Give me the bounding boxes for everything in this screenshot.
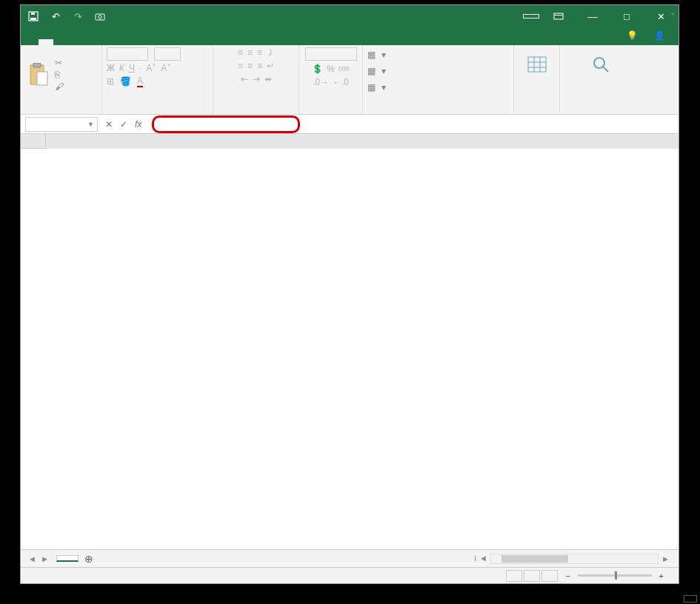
orientation-icon[interactable]: ⤸ [267, 47, 274, 58]
enter-formula-icon[interactable]: ✓ [120, 119, 127, 130]
sheet-nav-next-icon[interactable]: ► [41, 554, 49, 563]
borders-icon[interactable]: ⊞ [107, 76, 114, 87]
tab-view[interactable] [127, 39, 142, 45]
maximize-icon[interactable]: □ [612, 5, 641, 27]
align-top-icon[interactable]: ≡ [238, 47, 243, 58]
add-sheet-icon[interactable]: ⊕ [79, 553, 99, 565]
svg-rect-8 [33, 63, 41, 67]
svg-rect-9 [37, 72, 47, 85]
align-bottom-icon[interactable]: ≡ [257, 47, 262, 58]
font-color-icon[interactable]: A [137, 76, 143, 87]
align-left-icon[interactable]: ≡ [238, 61, 243, 71]
svg-rect-1 [30, 18, 36, 20]
format-as-table[interactable]: ▦ ▾ [367, 64, 386, 78]
comma-icon[interactable]: 000 [339, 65, 350, 73]
tab-review[interactable] [113, 39, 127, 45]
sheet-nav-prev-icon[interactable]: ◄ [28, 554, 36, 563]
svg-rect-10 [528, 57, 546, 72]
currency-icon[interactable]: 💲 [312, 64, 323, 74]
normal-view-icon[interactable] [506, 570, 522, 582]
align-right-icon[interactable]: ≡ [257, 61, 262, 71]
group-font [107, 102, 208, 114]
redo-icon[interactable]: ↷ [71, 10, 84, 23]
tell-me[interactable]: 💡 [619, 27, 645, 44]
font-name[interactable] [107, 47, 148, 61]
zoom-out-icon[interactable]: − [565, 571, 570, 580]
paste-icon[interactable] [25, 60, 52, 90]
font-size[interactable] [154, 47, 181, 61]
grid[interactable] [21, 134, 679, 549]
copy-icon[interactable]: ⎘ [55, 70, 64, 80]
group-clipboard [25, 102, 97, 114]
align-center-icon[interactable]: ≡ [247, 61, 253, 71]
conditional-formatting[interactable]: ▦ ▾ [367, 47, 386, 62]
cells-icon[interactable] [520, 47, 554, 81]
login-button[interactable] [523, 14, 539, 19]
tab-help[interactable] [142, 39, 157, 45]
shrink-font-icon[interactable]: A˅ [161, 63, 171, 73]
undo-icon[interactable]: ↶ [49, 10, 62, 23]
group-number [304, 102, 358, 114]
formula-bar: ▼ ✕ ✓ fx ⌄ [21, 115, 679, 134]
merge-icon[interactable]: ⬌ [264, 74, 272, 84]
group-alignment [218, 102, 294, 114]
camera-icon[interactable] [93, 10, 107, 23]
cancel-formula-icon[interactable]: ✕ [105, 119, 113, 130]
svg-rect-5 [554, 13, 563, 19]
watermark [684, 595, 697, 603]
ribbon-tabs: 💡 👤 [21, 27, 679, 45]
tab-insert[interactable] [53, 39, 68, 45]
name-box[interactable]: ▼ [25, 117, 98, 132]
svg-point-15 [594, 58, 604, 68]
group-styles [367, 102, 509, 114]
save-icon[interactable] [27, 10, 40, 23]
underline-button[interactable]: Ч [129, 63, 135, 73]
ribbon: ✂ ⎘ 🖌 Ж К Ч · A˄ A˅ [21, 45, 679, 115]
increase-indent-icon[interactable]: ⇥ [253, 74, 260, 84]
bold-button[interactable]: Ж [107, 63, 115, 73]
fill-color-icon[interactable]: 🪣 [120, 76, 131, 87]
zoom-in-icon[interactable]: + [659, 571, 664, 580]
expand-formula-icon[interactable]: ⌄ [670, 8, 676, 16]
formula-input[interactable] [152, 115, 300, 133]
page-layout-view-icon[interactable] [524, 570, 540, 582]
select-all-corner[interactable] [21, 134, 46, 149]
grow-font-icon[interactable]: A˄ [146, 63, 156, 73]
titlebar: ↶ ↷ — □ ✕ [21, 5, 679, 27]
align-middle-icon[interactable]: ≡ [247, 47, 253, 58]
horizontal-scrollbar[interactable] [490, 554, 659, 564]
zoom-slider[interactable] [578, 574, 652, 577]
tab-home[interactable] [39, 39, 53, 45]
sheet-tabs: ◄ ► ⊕ ⁞ ◄ ► [21, 549, 679, 567]
svg-line-16 [603, 67, 608, 72]
format-painter-icon[interactable]: 🖌 [55, 81, 64, 92]
share-button[interactable]: 👤 [647, 27, 673, 44]
svg-point-4 [99, 15, 101, 18]
svg-rect-3 [96, 14, 104, 20]
fx-icon[interactable]: fx [135, 119, 141, 130]
page-break-view-icon[interactable] [541, 570, 558, 582]
decrease-decimal-icon[interactable]: ←.0 [333, 77, 349, 87]
wrap-text-icon[interactable]: ↵ [267, 61, 274, 71]
svg-rect-2 [31, 13, 35, 15]
percent-icon[interactable]: % [327, 64, 335, 74]
status-bar: − + [21, 567, 679, 583]
decrease-indent-icon[interactable]: ⇤ [241, 74, 248, 84]
sheet-tab[interactable] [56, 555, 79, 562]
find-icon[interactable] [584, 47, 618, 81]
tab-data[interactable] [98, 39, 113, 45]
minimize-icon[interactable]: — [578, 5, 607, 27]
ribbon-display-icon[interactable] [544, 5, 573, 27]
tab-file[interactable] [24, 39, 39, 45]
cut-icon[interactable]: ✂ [55, 58, 64, 68]
cell-styles[interactable]: ▦ ▾ [367, 80, 386, 95]
increase-decimal-icon[interactable]: .0→ [313, 77, 329, 87]
number-format[interactable] [305, 47, 357, 61]
italic-button[interactable]: К [119, 63, 124, 73]
tab-formulas[interactable] [83, 39, 98, 45]
tab-layout[interactable] [68, 39, 83, 45]
